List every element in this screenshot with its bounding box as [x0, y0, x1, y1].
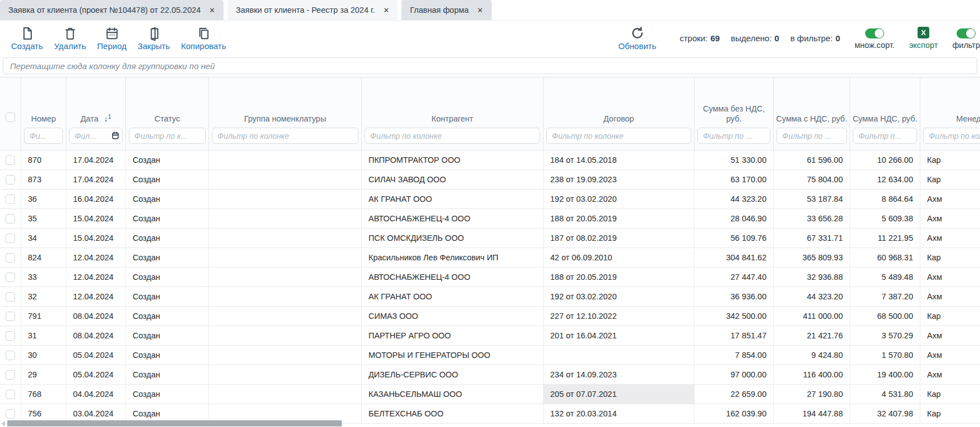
cell-counterparty[interactable]: АВТОСНАБЖЕНЕЦ-4 ООО	[362, 268, 544, 287]
cell-number[interactable]: 30	[21, 346, 66, 365]
cell-manager[interactable]: Ахм	[920, 365, 980, 384]
cell-status[interactable]: Создан	[126, 268, 209, 287]
cell-status[interactable]: Создан	[126, 229, 209, 248]
cell-sum_vat[interactable]: 11 221.95	[850, 229, 920, 248]
cell-number[interactable]: 36	[21, 190, 66, 208]
cell-number[interactable]: 32	[21, 287, 66, 306]
close-icon[interactable]: ✕	[209, 6, 215, 14]
cell-sum_no_vat[interactable]: 56 109.76	[695, 229, 774, 248]
cell-number[interactable]: 29	[21, 365, 66, 384]
cell-nomenclature_group[interactable]	[209, 268, 362, 287]
cell-manager[interactable]: Кар	[920, 307, 980, 326]
cell-status[interactable]: Создан	[126, 248, 209, 267]
cell-sum_with_vat[interactable]: 116 400.00	[774, 365, 850, 384]
column-label-counterparty[interactable]: Контрагент	[431, 114, 473, 124]
cell-contract[interactable]: 42 от 06.09.2010	[544, 248, 695, 267]
cell-date[interactable]: 08.04.2024	[66, 307, 126, 326]
cell-date[interactable]: 15.04.2024	[66, 229, 126, 248]
cell-sum_with_vat[interactable]: 32 936.88	[774, 268, 850, 287]
toolbar-button-new-doc[interactable]: Создать	[11, 26, 43, 51]
cell-manager[interactable]: Ахм	[920, 190, 980, 208]
cell-sum_no_vat[interactable]: 7 854.00	[695, 346, 774, 365]
cell-number[interactable]: 873	[21, 170, 66, 189]
cell-sum_vat[interactable]: 7 387.20	[850, 287, 920, 306]
cell-number[interactable]: 824	[21, 248, 66, 267]
row-checkbox[interactable]	[6, 195, 15, 204]
tab-1[interactable]: Заявка от клиента (проект №104478) от 22…	[0, 0, 224, 20]
row-checkbox[interactable]	[6, 409, 15, 419]
filter-input-manager[interactable]	[923, 128, 980, 144]
cell-counterparty[interactable]: Красильников Лев Феликсович ИП	[362, 248, 544, 267]
filter-input-contract[interactable]	[546, 128, 691, 144]
cell-sum_no_vat[interactable]: 22 659.00	[695, 385, 774, 404]
cell-contract[interactable]: 188 от 20.05.2019	[544, 209, 695, 228]
toolbar-button-trash[interactable]: Удалить	[54, 26, 86, 51]
row-checkbox[interactable]	[6, 292, 15, 302]
cell-sum_vat[interactable]: 10 266.00	[850, 151, 920, 169]
select-all-checkbox[interactable]	[6, 113, 15, 122]
cell-manager[interactable]: Ахм	[920, 229, 980, 248]
close-icon[interactable]: ✕	[477, 6, 483, 14]
cell-manager[interactable]: Кар	[920, 248, 980, 267]
cell-sum_vat[interactable]: 1 570.80	[850, 346, 920, 365]
cell-status[interactable]: Создан	[126, 209, 209, 228]
toolbar-button-calendar[interactable]: Период	[97, 26, 127, 51]
cell-date[interactable]: 17.04.2024	[66, 151, 126, 169]
cell-nomenclature_group[interactable]	[209, 365, 362, 384]
cell-contract[interactable]: 227 от 12.10.2022	[544, 307, 695, 326]
refresh-button[interactable]: Обновить	[618, 26, 656, 51]
cell-nomenclature_group[interactable]	[209, 209, 362, 228]
grouping-drop-zone[interactable]: Перетащите сюда колонку для группировки …	[3, 57, 977, 74]
filter-input-counterparty[interactable]	[365, 128, 540, 144]
cell-sum_with_vat[interactable]: 75 804.00	[774, 170, 850, 189]
row-checkbox[interactable]	[6, 234, 15, 243]
cell-sum_vat[interactable]: 60 968.31	[850, 248, 920, 267]
scrollbar-thumb[interactable]	[7, 420, 342, 426]
cell-number[interactable]: 870	[21, 151, 66, 169]
tab-3[interactable]: Главная форма✕	[401, 0, 491, 20]
cell-sum_no_vat[interactable]: 36 936.00	[695, 287, 774, 306]
cell-status[interactable]: Создан	[126, 365, 209, 384]
scroll-left-arrow-icon[interactable]	[2, 421, 5, 426]
toolbar-button-copy[interactable]: Копировать	[181, 26, 226, 51]
cell-date[interactable]: 17.04.2024	[66, 170, 126, 189]
cell-date[interactable]: 05.04.2024	[66, 346, 126, 365]
column-label-manager[interactable]: Менеджер	[956, 114, 980, 124]
cell-counterparty[interactable]: АК ГРАНАТ ООО	[362, 287, 544, 306]
cell-nomenclature_group[interactable]	[209, 151, 362, 169]
cell-counterparty[interactable]: СИЛАЧ ЗАВОД ООО	[362, 170, 544, 189]
cell-counterparty[interactable]: ПСК ОМСКДИЗЕЛЬ ООО	[362, 229, 544, 248]
export-excel-button[interactable]: Xэкспорт	[909, 27, 938, 50]
row-checkbox[interactable]	[6, 175, 15, 185]
row-checkbox[interactable]	[6, 331, 15, 341]
table-row[interactable]: 82412.04.2024СозданКрасильников Лев Фели…	[0, 248, 980, 268]
cell-manager[interactable]: Ахм	[920, 268, 980, 287]
row-checkbox[interactable]	[6, 214, 15, 224]
row-checkbox[interactable]	[6, 351, 15, 360]
table-row[interactable]: 3616.04.2024СозданАК ГРАНАТ ООО192 от 03…	[0, 190, 980, 209]
cell-manager[interactable]: Кар	[920, 385, 980, 404]
column-label-date[interactable]: Дата	[81, 114, 99, 124]
row-checkbox[interactable]	[6, 156, 15, 165]
cell-sum_with_vat[interactable]: 67 331.71	[774, 229, 850, 248]
cell-status[interactable]: Создан	[126, 151, 209, 169]
cell-sum_with_vat[interactable]: 33 656.28	[774, 209, 850, 228]
cell-sum_with_vat[interactable]: 21 421.76	[774, 326, 850, 345]
close-icon[interactable]: ✕	[384, 6, 390, 14]
cell-status[interactable]: Создан	[126, 170, 209, 189]
cell-nomenclature_group[interactable]	[209, 229, 362, 248]
cell-nomenclature_group[interactable]	[209, 307, 362, 326]
table-row[interactable]: 3212.04.2024СозданАК ГРАНАТ ООО192 от 03…	[0, 287, 980, 307]
cell-date[interactable]: 08.04.2024	[66, 326, 126, 345]
cell-number[interactable]: 33	[21, 268, 66, 287]
column-label-sum_with_vat[interactable]: Сумма с НДС, руб.	[776, 114, 847, 124]
cell-counterparty[interactable]: ДИЗЕЛЬ-СЕРВИС ООО	[362, 365, 544, 384]
filter-input-sum_no_vat[interactable]	[697, 128, 770, 144]
cell-sum_no_vat[interactable]: 51 330.00	[695, 151, 774, 169]
cell-contract[interactable]: 192 от 03.02.2020	[544, 287, 695, 306]
filter-input-number[interactable]	[24, 128, 63, 144]
toggle-[interactable]: множ.сорт.	[855, 27, 895, 50]
cell-number[interactable]: 768	[21, 385, 66, 404]
cell-sum_vat[interactable]: 19 400.00	[850, 365, 920, 384]
table-row[interactable]: 3108.04.2024СозданПАРТНЕР АГРО ООО201 от…	[0, 326, 980, 346]
